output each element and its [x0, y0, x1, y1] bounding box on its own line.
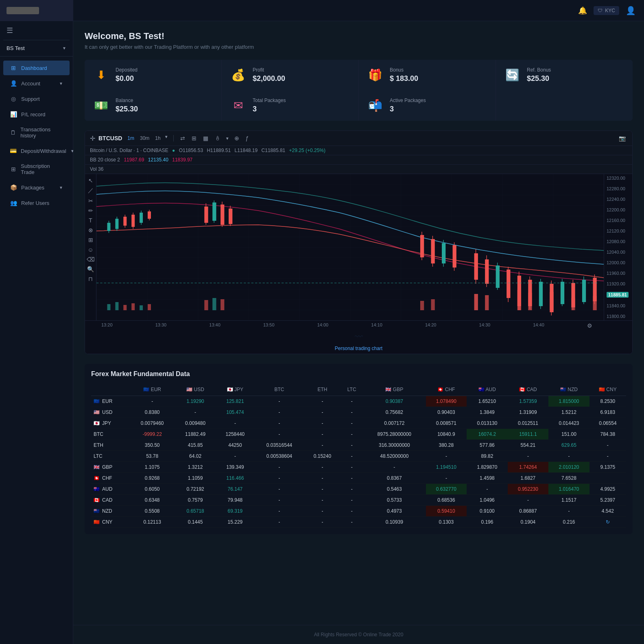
- col-eur: 🇪🇺 EUR: [130, 383, 175, 396]
- svg-rect-59: [140, 305, 143, 310]
- bar-chart-icon[interactable]: ▦: [201, 134, 210, 142]
- tf-1h[interactable]: 1h: [153, 135, 162, 142]
- add-indicator-icon[interactable]: ⊕: [233, 134, 241, 142]
- cell: -: [363, 462, 426, 473]
- cell: -: [341, 484, 363, 495]
- cell: 554.21: [508, 440, 549, 451]
- svg-rect-57: [123, 305, 127, 310]
- cell: 0.5508: [130, 506, 175, 517]
- emoji-tool[interactable]: ☺: [87, 246, 93, 253]
- candle-type-icon[interactable]: 🕯: [213, 134, 222, 142]
- pattern-tool[interactable]: ⊗: [88, 227, 93, 233]
- user-avatar-icon[interactable]: 👤: [626, 6, 636, 15]
- cell: -: [130, 396, 175, 407]
- cell: 0.12113: [130, 517, 175, 528]
- deposited-icon: ⬇: [93, 68, 109, 82]
- kyc-badge[interactable]: 🛡 KYC: [594, 6, 619, 15]
- cell: -: [548, 451, 589, 462]
- pen-tool[interactable]: ✏: [88, 207, 93, 214]
- compare-icon[interactable]: ⇄: [179, 134, 187, 142]
- stat-empty: [496, 90, 633, 121]
- notification-icon[interactable]: 🔔: [578, 6, 587, 15]
- sidebar-item-packages[interactable]: 📦 Packages ▼: [3, 180, 70, 195]
- chevron-down-icon: ▼: [62, 46, 66, 50]
- cell: 8975.28000000: [363, 429, 426, 440]
- cell: -: [589, 451, 626, 462]
- hamburger-icon[interactable]: ☰: [7, 26, 13, 35]
- cell: 0.8380: [130, 407, 175, 418]
- cell: -: [304, 506, 341, 517]
- settings-icon[interactable]: ⚙: [587, 322, 592, 329]
- svg-rect-67: [485, 295, 489, 310]
- sidebar-item-account[interactable]: 👤 Account ▼: [3, 76, 70, 91]
- col-usd: 🇺🇸 USD: [175, 383, 216, 396]
- sidebar-item-transactions[interactable]: 🗒 Transactions history: [3, 122, 70, 143]
- screenshot-icon[interactable]: 📷: [617, 134, 627, 142]
- sidebar-item-label: P/L record: [21, 111, 46, 117]
- crosshair-tool-icon[interactable]: ✛: [90, 135, 95, 142]
- cell: 69.319: [216, 506, 254, 517]
- cell: 1.6827: [508, 473, 549, 484]
- col-eth: ETH: [304, 383, 341, 396]
- cell: 125.821: [216, 396, 254, 407]
- cell: 415.85: [175, 440, 216, 451]
- tf-1m[interactable]: 1m: [125, 135, 136, 142]
- footer-text: All Rights Reserved © Online Trade 2020: [314, 632, 404, 637]
- sidebar-item-dashboard[interactable]: ⊞ Dashboard: [3, 61, 70, 75]
- hamburger-menu: ☰: [0, 21, 73, 40]
- scissors-tool[interactable]: ✂: [88, 198, 93, 204]
- cell: 577.86: [467, 440, 508, 451]
- svg-rect-55: [107, 304, 111, 310]
- stat-label: Total Packages: [253, 98, 286, 103]
- trend-line-tool[interactable]: ／: [88, 187, 94, 194]
- sidebar-item-subscription[interactable]: ⊞ Subscription Trade: [3, 159, 70, 179]
- sidebar-user-label[interactable]: BS Test ▼: [0, 40, 73, 57]
- tf-30m[interactable]: 30m: [138, 135, 151, 142]
- measure-tool[interactable]: ⊞: [88, 237, 93, 243]
- formula-icon[interactable]: ƒ: [244, 134, 251, 142]
- tf-chevron[interactable]: ▼: [164, 135, 168, 142]
- svg-rect-68: [517, 290, 521, 310]
- chart-info-line: Bitcoin / U.S. Dollar · 1 · COINBASE ● O…: [85, 146, 632, 155]
- sidebar-item-support[interactable]: ◎ Support: [3, 91, 70, 106]
- sidebar-item-refer[interactable]: 👥 Refer Users: [3, 196, 70, 210]
- cell: -: [175, 407, 216, 418]
- magnet-tool[interactable]: ⊓: [88, 276, 93, 282]
- text-tool[interactable]: T: [89, 217, 92, 224]
- eraser-tool[interactable]: ⌫: [87, 256, 95, 263]
- cell: 380.28: [426, 440, 467, 451]
- cell: -: [254, 495, 304, 506]
- cursor-tool[interactable]: ↖: [88, 177, 93, 184]
- cell: -: [304, 440, 341, 451]
- stat-deposited: ⬇ Deposited $0.00: [85, 60, 221, 90]
- stat-value: $0.00: [116, 74, 138, 83]
- time-label: 14:00: [317, 322, 329, 329]
- cell: 629.65: [548, 440, 589, 451]
- time-label: 14:30: [479, 322, 491, 329]
- sidebar-item-deposit[interactable]: 💳 Deposit/Withdrawal ▼: [3, 144, 70, 158]
- welcome-title: Welcome, BS Test!: [85, 31, 633, 41]
- cell: 0.4973: [363, 506, 426, 517]
- sidebar-item-pl-record[interactable]: 📊 P/L record: [3, 107, 70, 122]
- cell: 5.2397: [589, 495, 626, 506]
- cell: -: [304, 473, 341, 484]
- candle-chevron[interactable]: ▼: [225, 136, 229, 141]
- stat-bonus: 🎁 Bonus $ 183.00: [359, 60, 496, 90]
- cell: 9.1375: [589, 462, 626, 473]
- stat-label: Profit: [253, 67, 285, 73]
- chart-svg: [96, 174, 604, 320]
- subscription-icon: ⊞: [10, 166, 17, 172]
- forex-table: 🇪🇺 EUR 🇺🇸 USD 🇯🇵 JPY BTC ETH LTC 🇬🇧 GBP …: [91, 383, 626, 528]
- cell: -: [341, 506, 363, 517]
- chart-bb-val2: 12135.40: [148, 157, 168, 163]
- cell: 1.815000: [548, 396, 589, 407]
- indicators-icon[interactable]: ⊞: [190, 134, 198, 142]
- svg-rect-66: [474, 294, 478, 310]
- cell: -: [304, 418, 341, 429]
- col-btc: BTC: [254, 383, 304, 396]
- y-label: 11960.00: [607, 271, 630, 276]
- zoom-tool[interactable]: 🔍: [87, 266, 94, 272]
- cell: 0.86887: [508, 506, 549, 517]
- table-row: ETH 350.50 415.85 44250 0.03516544 - - 3…: [91, 440, 626, 451]
- cell: 1.74264: [508, 462, 549, 473]
